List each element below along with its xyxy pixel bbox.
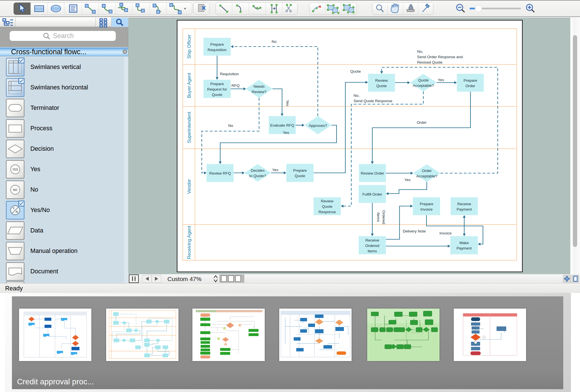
svg-text:Requisition: Requisition <box>208 48 227 52</box>
svg-text:Acceptable?: Acceptable? <box>413 83 434 88</box>
svg-text:Prepare: Prepare <box>293 168 307 173</box>
svg-text:Quote: Quote <box>295 174 305 178</box>
svg-text:Review RFQ: Review RFQ <box>209 171 231 175</box>
svg-text:Delivery Note: Delivery Note <box>403 229 426 233</box>
svg-text:Items: Items <box>367 249 377 253</box>
svg-text:Prepare: Prepare <box>420 202 433 206</box>
svg-text:Quote: Quote <box>376 84 387 88</box>
svg-text:Decides: Decides <box>251 168 265 173</box>
svg-text:Request for: Request for <box>207 87 227 91</box>
svg-text:Order: Order <box>465 84 475 88</box>
svg-text:N: N <box>16 210 18 213</box>
svg-text:Swimlanes horizontal: Swimlanes horizontal <box>30 84 88 91</box>
svg-text:Search: Search <box>53 32 74 39</box>
svg-text:Ship Officer: Ship Officer <box>186 34 192 58</box>
svg-text:Receive: Receive <box>457 202 471 206</box>
svg-text:Cross-functional flowc...: Cross-functional flowc... <box>11 48 86 56</box>
svg-text:Requisition: Requisition <box>220 72 239 76</box>
svg-text:NO: NO <box>13 188 17 192</box>
svg-text:Vendor: Vendor <box>186 179 192 194</box>
svg-text:Custom 47%: Custom 47% <box>167 276 201 282</box>
svg-text:Payment: Payment <box>457 207 472 211</box>
svg-text:No,: No, <box>417 49 423 54</box>
svg-text:Yes/No: Yes/No <box>30 207 50 213</box>
svg-text:Swimlanes vertical: Swimlanes vertical <box>30 64 81 70</box>
svg-text:Receiving Agent: Receiving Agent <box>186 226 192 259</box>
svg-text:Needs: Needs <box>253 84 264 89</box>
svg-text:Prepare: Prepare <box>210 42 224 47</box>
svg-text:to Quote?: to Quote? <box>249 174 266 178</box>
svg-text:No: No <box>228 123 233 128</box>
svg-text:Approves?: Approves? <box>309 123 327 128</box>
svg-text:Evaluate RFQ: Evaluate RFQ <box>270 123 294 127</box>
svg-text:Quote: Quote <box>212 93 222 97</box>
svg-text:Items: Items <box>376 212 381 222</box>
svg-text:Receive: Receive <box>365 238 379 242</box>
svg-text:Quote: Quote <box>350 69 361 74</box>
svg-text:Response: Response <box>319 210 336 214</box>
svg-text:Decision: Decision <box>30 145 54 152</box>
svg-text:Payment: Payment <box>457 246 472 250</box>
svg-text:Fulfill Order: Fulfill Order <box>362 192 382 196</box>
svg-text:No,: No, <box>354 93 360 98</box>
svg-text:RFQ: RFQ <box>232 83 240 88</box>
svg-text:YES: YES <box>12 168 18 171</box>
svg-text:Yes: Yes <box>30 166 40 173</box>
svg-text:Send Order Response and: Send Order Response and <box>417 55 463 59</box>
svg-text:Yes: Yes <box>283 131 289 135</box>
svg-text:Invoice: Invoice <box>421 207 433 211</box>
svg-text:Review: Review <box>375 78 388 83</box>
svg-text:Revised Quote: Revised Quote <box>417 60 442 64</box>
svg-text:Data: Data <box>30 227 43 234</box>
svg-text:Yes: Yes <box>438 78 444 82</box>
svg-text:Yes: Yes <box>272 168 278 172</box>
svg-text:Superintendent: Superintendent <box>186 112 192 143</box>
svg-text:No: No <box>30 186 38 193</box>
svg-text:Manual operation: Manual operation <box>30 248 77 254</box>
svg-text:Prepare: Prepare <box>210 82 224 86</box>
svg-text:Acceptable?: Acceptable? <box>416 174 437 178</box>
svg-text:Quote: Quote <box>418 78 429 82</box>
svg-text:Review Order: Review Order <box>361 171 384 175</box>
svg-text:Quote: Quote <box>322 204 333 209</box>
svg-text:Yes: Yes <box>285 100 290 106</box>
svg-text:Prepare: Prepare <box>463 78 477 83</box>
svg-text:Y: Y <box>12 207 15 210</box>
svg-text:Send Quote Response: Send Quote Response <box>354 99 392 103</box>
svg-text:Make: Make <box>459 241 469 245</box>
svg-text:Review: Review <box>321 199 334 203</box>
svg-text:No: No <box>272 39 276 44</box>
svg-text:Order: Order <box>422 169 432 173</box>
svg-text:Ordered: Ordered <box>365 244 379 248</box>
svg-text:Review?: Review? <box>252 90 266 94</box>
svg-text:Process: Process <box>30 125 52 132</box>
svg-text:Invoice: Invoice <box>440 231 452 235</box>
svg-text:Document: Document <box>30 268 58 275</box>
svg-text:Terminator: Terminator <box>30 104 59 111</box>
svg-text:Order: Order <box>417 120 427 125</box>
svg-text:Ordered: Ordered <box>382 210 386 224</box>
svg-text:Yes: Yes <box>404 178 411 182</box>
svg-text:Buyer Agent: Buyer Agent <box>186 73 192 98</box>
